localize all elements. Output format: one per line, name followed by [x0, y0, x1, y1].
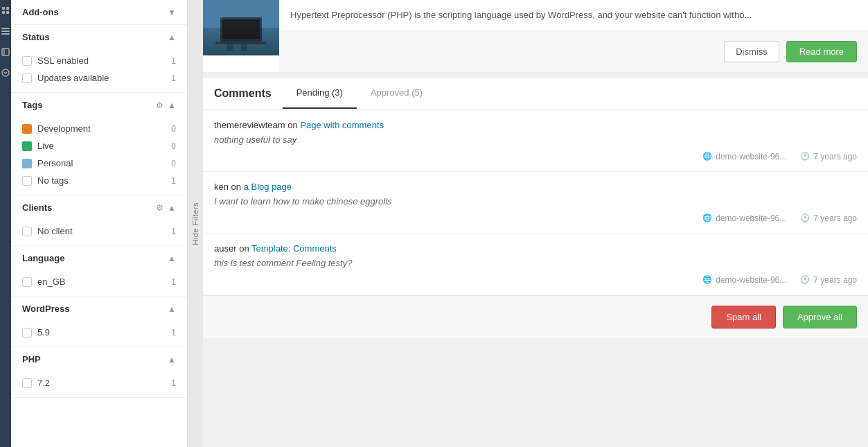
filter-section-status-header[interactable]: Status ▲ [11, 25, 187, 49]
filter-item-engb-label: en_GB [37, 277, 166, 287]
globe-icon-1: 🌐 [702, 152, 712, 161]
tag-dot-development [22, 124, 32, 134]
filter-section-wordpress-header[interactable]: WordPress ▲ [11, 297, 187, 321]
comments-bulk-actions: Spam all Approve all [203, 295, 868, 338]
article-actions: Dismiss Read more [279, 30, 868, 72]
filter-item-ssl[interactable]: SSL enabled 1 [11, 52, 187, 69]
tab-pending-label: Pending (3) [296, 87, 343, 98]
filter-item-wp59-label: 5.9 [37, 327, 166, 338]
filter-item-personal-label: Personal [37, 158, 166, 168]
filter-section-wordpress-icons: ▲ [168, 304, 176, 314]
comment-meta-2: ken on a Blog page [214, 182, 857, 192]
filter-section-addons-title: Add-ons [22, 7, 59, 17]
clock-icon-1: 🕐 [800, 152, 810, 161]
filter-section-language: Language ▲ en_GB 1 [11, 246, 187, 297]
comment-item-1: themereviewteam on Page with comments no… [203, 110, 868, 172]
filter-section-language-header[interactable]: Language ▲ [11, 246, 187, 270]
approve-all-button[interactable]: Approve all [783, 306, 857, 328]
comment-footer-3: 🌐 demo-website-96... 🕐 7 years ago [214, 275, 857, 285]
filter-section-clients-title: Clients [22, 202, 52, 213]
comment-footer-2: 🌐 demo-website-96... 🕐 7 years ago [214, 213, 857, 223]
chevron-up-icon-wordpress: ▲ [168, 304, 176, 314]
comment-link-2[interactable]: a Blog page [244, 182, 292, 192]
comment-link-3[interactable]: Template: Comments [251, 243, 337, 254]
tag-dot-personal [22, 159, 32, 168]
svg-rect-0 [2, 7, 5, 10]
filter-item-noclient[interactable]: No client 1 [11, 222, 187, 240]
filter-section-status-icons: ▲ [168, 33, 176, 42]
comment-on-2: on [231, 182, 244, 192]
article-image [203, 0, 279, 55]
icon-bar [0, 0, 11, 447]
filter-item-wp59[interactable]: 5.9 1 [11, 324, 187, 341]
nav-icon-4[interactable] [1, 68, 10, 78]
svg-rect-15 [227, 40, 233, 51]
filter-section-addons: Add-ons ▼ [11, 0, 187, 25]
wrench-icon-clients[interactable]: ⚙ [156, 203, 163, 213]
comment-site-text-3: demo-website-96... [716, 275, 786, 285]
filter-section-tags-header[interactable]: Tags ⚙ ▲ [11, 93, 187, 117]
filter-item-php72-count: 1 [171, 378, 176, 388]
comment-author-1: themereviewteam [214, 120, 285, 130]
filter-item-personal[interactable]: Personal 0 [11, 155, 187, 172]
filter-item-ssl-count: 1 [171, 56, 176, 66]
spam-all-button[interactable]: Spam all [711, 306, 776, 328]
filter-section-php-title: PHP [22, 354, 41, 365]
filter-checkbox-engb[interactable] [22, 277, 32, 287]
filter-item-php72[interactable]: 7.2 1 [11, 374, 187, 392]
filter-checkbox-updates[interactable] [22, 73, 32, 83]
filter-item-engb-count: 1 [171, 277, 176, 287]
filter-section-wordpress-items: 5.9 1 [11, 321, 187, 347]
svg-rect-11 [203, 28, 279, 55]
chevron-up-icon-php: ▲ [168, 355, 176, 365]
filter-section-clients-header[interactable]: Clients ⚙ ▲ [11, 195, 187, 220]
filter-item-live-count: 0 [171, 141, 176, 151]
comment-link-1[interactable]: Page with comments [300, 120, 384, 130]
filter-section-php-header[interactable]: PHP ▲ [11, 347, 187, 371]
comment-author-3: auser [214, 243, 237, 254]
nav-icon-2[interactable] [1, 26, 10, 36]
filter-item-updates[interactable]: Updates available 1 [11, 69, 187, 87]
comment-time-text-2: 7 years ago [813, 213, 857, 223]
filter-section-status-items: SSL enabled 1 Updates available 1 [11, 49, 187, 92]
comment-site-2: 🌐 demo-website-96... [702, 213, 786, 223]
nav-icon-1[interactable] [1, 6, 10, 15]
filter-item-development-label: Development [37, 123, 166, 134]
filter-item-development[interactable]: Development 0 [11, 120, 187, 137]
comment-on-1: on [287, 120, 300, 130]
comment-time-text-3: 7 years ago [813, 275, 857, 285]
tab-approved[interactable]: Approved (5) [357, 78, 436, 109]
svg-rect-10 [203, 0, 279, 55]
filter-item-live[interactable]: Live 0 [11, 137, 187, 155]
hide-filters-button[interactable]: Hide Filters [188, 0, 203, 447]
filter-section-language-title: Language [22, 253, 64, 263]
filter-section-php: PHP ▲ 7.2 1 [11, 347, 187, 398]
comment-item-2: ken on a Blog page I want to learn how t… [203, 172, 868, 234]
filter-section-clients: Clients ⚙ ▲ No client 1 [11, 195, 187, 246]
filter-section-addons-header[interactable]: Add-ons ▼ [11, 0, 187, 24]
svg-rect-13 [222, 19, 260, 39]
globe-icon-3: 🌐 [702, 275, 712, 284]
dismiss-button[interactable]: Dismiss [724, 41, 779, 62]
filter-item-notags[interactable]: No tags 1 [11, 172, 187, 189]
filter-checkbox-ssl[interactable] [22, 56, 32, 66]
filter-item-engb[interactable]: en_GB 1 [11, 273, 187, 290]
filter-item-updates-label: Updates available [37, 73, 166, 83]
tab-pending[interactable]: Pending (3) [283, 78, 357, 109]
filter-checkbox-notags[interactable] [22, 176, 32, 186]
filter-checkbox-wp59[interactable] [22, 328, 32, 338]
filter-checkbox-noclient[interactable] [22, 227, 32, 236]
read-more-button[interactable]: Read more [786, 41, 857, 62]
svg-rect-3 [6, 11, 9, 14]
filter-section-status: Status ▲ SSL enabled 1 Updates available… [11, 25, 187, 93]
article-text: Hypertext Preprocessor (PHP) is the scri… [290, 8, 857, 22]
filter-item-ssl-label: SSL enabled [37, 55, 166, 66]
clock-icon-2: 🕐 [800, 213, 810, 222]
svg-rect-7 [2, 49, 9, 55]
filter-checkbox-php72[interactable] [22, 378, 32, 388]
comment-site-text-2: demo-website-96... [716, 213, 786, 223]
nav-icon-3[interactable] [1, 47, 10, 57]
wrench-icon-tags[interactable]: ⚙ [156, 100, 163, 110]
comments-section: Comments Pending (3) Approved (5) themer… [203, 78, 868, 338]
filter-item-personal-count: 0 [171, 159, 176, 168]
